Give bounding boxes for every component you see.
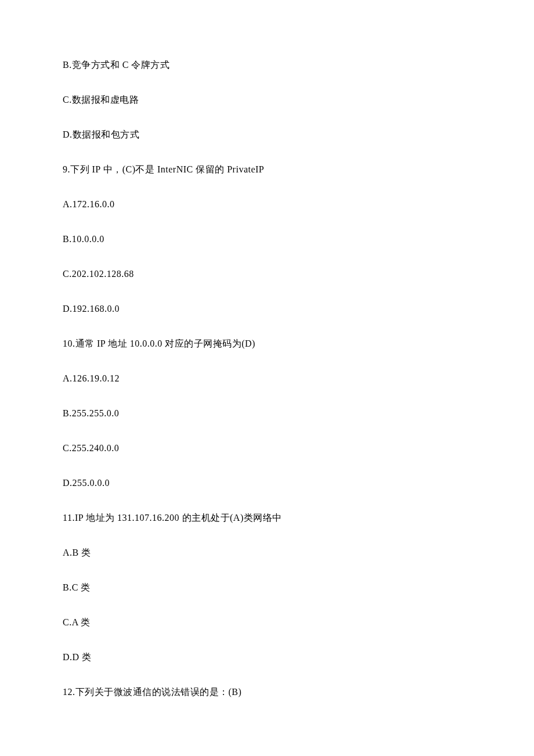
option-text: D.255.0.0.0 xyxy=(63,476,471,490)
option-text: C.数据报和虚电路 xyxy=(63,93,471,107)
option-text: B.10.0.0.0 xyxy=(63,232,471,246)
option-text: D.D 类 xyxy=(63,650,471,664)
question-text: 12.下列关于微波通信的说法错误的是：(B) xyxy=(63,685,471,699)
question-text: 9.下列 IP 中，(C)不是 InterNIC 保留的 PrivateIP xyxy=(63,163,471,177)
option-text: B.C 类 xyxy=(63,581,471,595)
option-text: B.竞争方式和 C 令牌方式 xyxy=(63,58,471,72)
option-text: A.126.19.0.12 xyxy=(63,372,471,386)
option-text: D.数据报和包方式 xyxy=(63,128,471,142)
option-text: B.255.255.0.0 xyxy=(63,406,471,420)
option-text: A.172.16.0.0 xyxy=(63,197,471,211)
question-text: 10.通常 IP 地址 10.0.0.0 对应的子网掩码为(D) xyxy=(63,337,471,351)
option-text: C.202.102.128.68 xyxy=(63,267,471,281)
option-text: C.255.240.0.0 xyxy=(63,441,471,455)
question-text: 11.IP 地址为 131.107.16.200 的主机处于(A)类网络中 xyxy=(63,511,471,525)
option-text: D.192.168.0.0 xyxy=(63,302,471,316)
option-text: C.A 类 xyxy=(63,615,471,629)
option-text: A.B 类 xyxy=(63,546,471,560)
